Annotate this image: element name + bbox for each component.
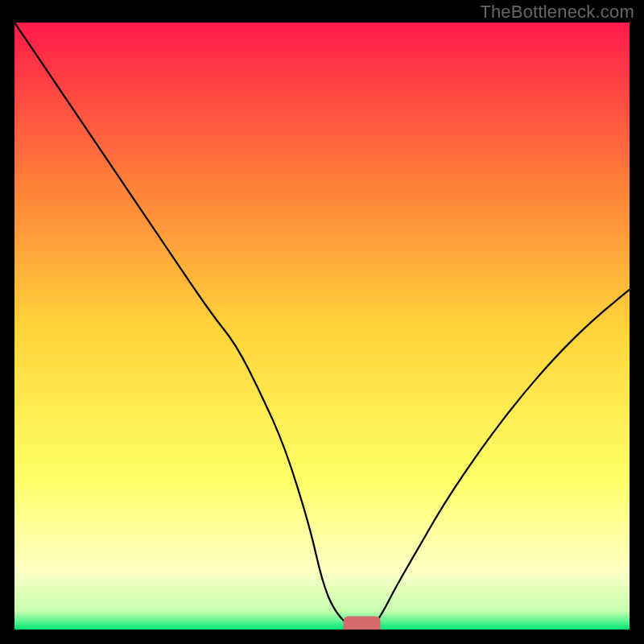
plot-area [14,23,630,630]
optimal-marker [344,616,381,630]
bottleneck-chart [14,23,630,630]
chart-frame: TheBottleneck.com [0,0,644,644]
gradient-background [14,23,630,630]
watermark-text: TheBottleneck.com [480,2,634,23]
